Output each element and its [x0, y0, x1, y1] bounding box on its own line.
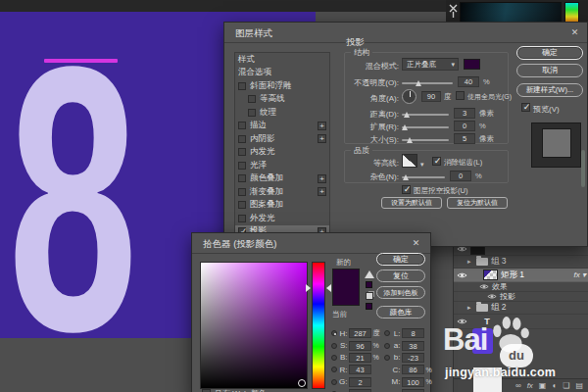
style-list-item[interactable]: 图案叠加 + — [235, 199, 329, 213]
hue-slider[interactable] — [312, 262, 325, 389]
picker-ok-button[interactable]: 确定 — [376, 253, 425, 266]
effect-checkbox[interactable] — [238, 148, 246, 156]
layer-mask-icon[interactable]: ▣ — [539, 381, 547, 390]
field-radio[interactable] — [331, 330, 337, 336]
noise-value[interactable]: 0 — [450, 171, 471, 181]
field-value-input[interactable]: 21 — [349, 353, 371, 363]
layer-row-group3[interactable]: ▸ 组 3 — [454, 256, 588, 269]
ok-button[interactable]: 确定 — [516, 46, 583, 60]
add-effect-instance-icon[interactable]: + — [318, 174, 326, 183]
effect-checkbox[interactable] — [248, 109, 256, 117]
hue-marker-right[interactable] — [326, 284, 331, 292]
field-radio[interactable] — [331, 379, 337, 385]
distance-slider[interactable] — [402, 114, 449, 116]
layer-row-rect-selected[interactable]: 矩形 1 fx ▾ — [454, 269, 588, 282]
gamut-warning-icon[interactable] — [365, 270, 374, 278]
noise-slider-thumb[interactable] — [403, 174, 409, 180]
layer-style-dialog-title[interactable]: 图层样式 — [224, 23, 587, 43]
knockout-checkbox[interactable] — [402, 185, 411, 194]
add-to-swatches-button[interactable]: 添加到色板 — [376, 286, 425, 299]
eye-icon[interactable] — [457, 318, 467, 325]
effect-checkbox[interactable] — [238, 162, 246, 170]
layer-row-effects[interactable]: 效果 — [454, 282, 588, 292]
anti-alias-checkbox[interactable] — [432, 157, 441, 166]
delete-layer-icon[interactable]: ▤ — [575, 381, 583, 390]
spread-slider-thumb[interactable] — [402, 124, 408, 130]
fx-badge[interactable]: fx ▾ — [574, 270, 586, 279]
eye-icon[interactable] — [457, 271, 467, 279]
new-group-icon[interactable]: ❏ — [563, 381, 569, 390]
style-list-item[interactable]: 渐变叠加 + — [235, 185, 329, 199]
add-effect-instance-icon[interactable]: + — [318, 134, 326, 143]
opacity-slider[interactable] — [402, 82, 453, 84]
effect-checkbox[interactable] — [238, 188, 246, 196]
gamut-swatch[interactable] — [366, 281, 372, 288]
angle-dial[interactable] — [402, 89, 416, 104]
global-light-checkbox[interactable] — [456, 91, 465, 100]
style-list-item[interactable]: 外发光 + — [235, 212, 329, 225]
adjustment-layer-icon[interactable]: ◐ — [552, 381, 557, 390]
field-value-input[interactable]: 2 — [349, 377, 371, 387]
field-radio[interactable] — [384, 355, 390, 361]
effect-checkbox[interactable] — [238, 122, 246, 129]
style-list-item[interactable]: 描边 + — [235, 120, 329, 133]
color-field-marker[interactable] — [298, 379, 306, 387]
style-list-item[interactable]: 颜色叠加 + — [235, 172, 329, 186]
layer-row-group2[interactable]: ▸ 组 2 — [454, 302, 588, 315]
field-value-input[interactable]: 43 — [349, 365, 371, 374]
field-radio[interactable] — [331, 355, 337, 361]
size-value[interactable]: 5 — [454, 133, 475, 144]
field-value-input[interactable]: 100 — [402, 377, 424, 387]
angle-value[interactable]: 90 — [421, 91, 441, 102]
distance-slider-thumb[interactable] — [404, 112, 410, 118]
effect-checkbox[interactable] — [238, 135, 246, 143]
effect-checkbox[interactable] — [248, 95, 256, 103]
collapse-triangle-icon[interactable]: ▸ — [467, 304, 473, 312]
layer-name[interactable]: 矩形 1 — [501, 270, 524, 281]
layer-style-icon[interactable]: fx — [527, 381, 533, 390]
layer-thumbnail[interactable] — [483, 270, 498, 280]
eye-icon[interactable] — [479, 283, 489, 290]
color-picker-title[interactable]: 拾色器 (投影颜色) — [192, 233, 430, 254]
cancel-button[interactable]: 取消 — [516, 64, 583, 77]
eye-icon[interactable] — [487, 293, 497, 300]
field-value-input[interactable]: 96 — [349, 341, 371, 351]
field-radio[interactable] — [331, 367, 337, 372]
field-radio[interactable] — [384, 343, 390, 349]
style-list-item[interactable]: 样式 + — [235, 53, 329, 67]
field-value-input[interactable]: 38 — [402, 341, 424, 351]
web-safe-swatch[interactable] — [366, 303, 372, 310]
close-icon[interactable]: ✕ — [568, 26, 581, 39]
add-effect-instance-icon[interactable]: + — [318, 187, 326, 196]
field-radio[interactable] — [331, 343, 337, 349]
field-value-input[interactable]: -23 — [402, 353, 424, 363]
collapse-triangle-icon[interactable]: ▸ — [467, 258, 473, 266]
picker-reset-button[interactable]: 复位 — [376, 270, 425, 282]
blend-mode-select[interactable]: 正片叠底 ▾ — [402, 58, 459, 71]
hue-marker-left[interactable] — [306, 284, 311, 292]
spread-slider[interactable] — [402, 126, 449, 128]
style-list-item[interactable]: 斜面和浮雕 + — [235, 79, 329, 93]
effect-checkbox[interactable] — [238, 174, 246, 182]
distance-value[interactable]: 3 — [454, 108, 475, 119]
style-list-item[interactable]: 内阴影 + — [235, 132, 329, 146]
field-value-input[interactable]: 86 — [402, 365, 424, 374]
style-list-item[interactable]: 内发光 + — [235, 146, 329, 160]
opacity-value[interactable]: 40 — [458, 76, 479, 87]
style-list-item[interactable]: 光泽 + — [235, 159, 329, 172]
size-slider[interactable] — [402, 139, 449, 141]
field-value-input[interactable]: 287 — [349, 328, 371, 338]
effect-checkbox[interactable] — [238, 82, 246, 90]
layer-row-text[interactable]: T — [454, 315, 588, 329]
effect-checkbox[interactable] — [238, 201, 246, 209]
color-spectrum-ramp[interactable] — [564, 2, 579, 24]
layer-row-drop-shadow[interactable]: 投影 — [454, 292, 588, 302]
close-icon[interactable]: ✕ — [410, 237, 422, 250]
reset-default-button[interactable]: 复位为默认值 — [447, 197, 508, 209]
spread-value[interactable]: 0 — [454, 121, 475, 131]
scrollbar-thumb[interactable] — [581, 150, 585, 187]
link-layers-icon[interactable]: ∞ — [515, 381, 521, 390]
opacity-slider-thumb[interactable] — [416, 80, 421, 86]
add-effect-instance-icon[interactable]: + — [318, 122, 326, 130]
style-list-item[interactable]: 纹理 + — [235, 106, 329, 120]
